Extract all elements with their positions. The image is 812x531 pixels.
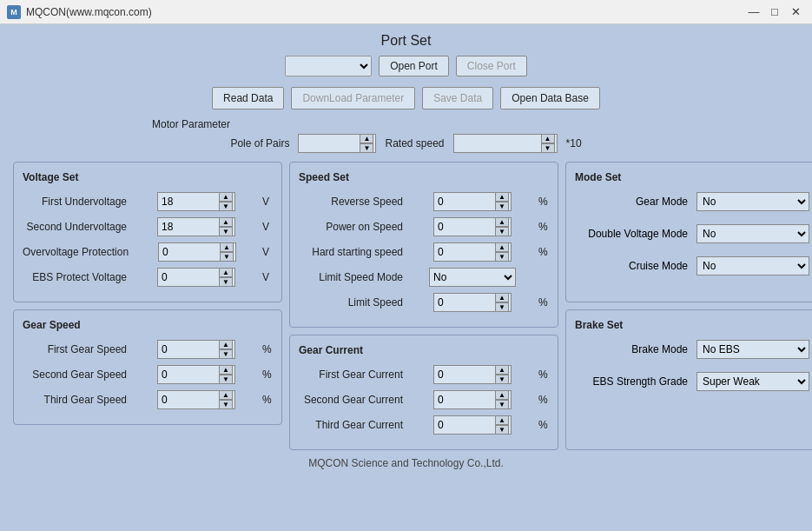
maximize-button[interactable]: □ bbox=[765, 3, 784, 21]
limit-speed-up[interactable]: ▲ bbox=[495, 293, 509, 302]
gear-speed-panel: Gear Speed First Gear Speed ▲ ▼ % Second… bbox=[13, 309, 282, 425]
first-gear-current-input[interactable]: ▲ ▼ bbox=[433, 365, 512, 384]
open-database-button[interactable]: Open Data Base bbox=[500, 87, 600, 110]
first-undervoltage-up[interactable]: ▲ bbox=[219, 192, 233, 202]
pole-of-pairs-value[interactable]: 0 bbox=[299, 135, 360, 152]
ebs-protect-down[interactable]: ▼ bbox=[219, 277, 233, 287]
reverse-speed-up[interactable]: ▲ bbox=[495, 192, 509, 202]
left-column: Voltage Set First Undervoltage ▲ ▼ V Sec… bbox=[13, 162, 282, 450]
hard-starting-speed-value[interactable] bbox=[434, 243, 495, 261]
pole-of-pairs-down[interactable]: ▼ bbox=[360, 143, 373, 153]
limit-speed-value[interactable] bbox=[434, 294, 495, 311]
read-data-button[interactable]: Read Data bbox=[212, 87, 284, 110]
reverse-speed-down[interactable]: ▼ bbox=[495, 202, 509, 211]
reverse-speed-value[interactable] bbox=[434, 193, 495, 210]
download-param-button[interactable]: DownLoad Parameter bbox=[291, 87, 415, 110]
brake-set-title: Brake Set bbox=[575, 319, 809, 331]
overvoltage-up[interactable]: ▲ bbox=[220, 242, 234, 252]
power-on-speed-value[interactable] bbox=[434, 218, 495, 236]
cruise-mode-label: Cruise Mode bbox=[575, 260, 688, 272]
third-gear-speed-value[interactable] bbox=[158, 391, 219, 408]
reverse-speed-row: Reverse Speed ▲ ▼ % bbox=[299, 192, 549, 211]
ebs-strength-select[interactable]: Super Weak Weak Medium Strong bbox=[696, 372, 809, 391]
power-on-speed-up[interactable]: ▲ bbox=[495, 217, 509, 227]
hard-starting-speed-up[interactable]: ▲ bbox=[495, 242, 509, 252]
second-gear-speed-label: Second Gear Speed bbox=[23, 368, 127, 381]
rated-speed-down[interactable]: ▼ bbox=[541, 143, 555, 153]
voltage-set-panel: Voltage Set First Undervoltage ▲ ▼ V Sec… bbox=[13, 162, 282, 302]
first-undervoltage-input[interactable]: ▲ ▼ bbox=[157, 192, 235, 211]
rated-speed-input[interactable]: 0 ▲ ▼ bbox=[453, 134, 558, 153]
ebs-protect-up[interactable]: ▲ bbox=[219, 268, 233, 277]
second-gear-current-down[interactable]: ▼ bbox=[495, 400, 509, 409]
title-bar: M MQCON(www.mqcon.com) — □ ✕ bbox=[0, 0, 812, 24]
third-gear-current-down[interactable]: ▼ bbox=[495, 425, 509, 435]
cruise-mode-select[interactable]: No Yes bbox=[696, 256, 809, 275]
limit-speed-down[interactable]: ▼ bbox=[495, 302, 509, 312]
third-gear-speed-input[interactable]: ▲ ▼ bbox=[157, 390, 235, 409]
first-undervoltage-value[interactable] bbox=[158, 193, 219, 210]
footer-text: MQCON Science and Technology Co.,Ltd. bbox=[308, 457, 504, 469]
second-gear-current-up[interactable]: ▲ bbox=[495, 390, 509, 400]
pole-of-pairs-input[interactable]: 0 ▲ ▼ bbox=[298, 134, 376, 153]
limit-speed-input[interactable]: ▲ ▼ bbox=[433, 293, 512, 312]
overvoltage-unit: V bbox=[262, 246, 273, 258]
ebs-protect-value[interactable] bbox=[158, 269, 219, 286]
ebs-protect-input[interactable]: ▲ ▼ bbox=[157, 268, 235, 287]
hard-starting-speed-down[interactable]: ▼ bbox=[495, 252, 509, 262]
second-undervoltage-input[interactable]: ▲ ▼ bbox=[157, 217, 235, 236]
first-gear-speed-label: First Gear Speed bbox=[23, 343, 127, 355]
first-gear-speed-unit: % bbox=[262, 343, 273, 355]
overvoltage-input[interactable]: ▲ ▼ bbox=[158, 242, 236, 262]
second-gear-speed-up[interactable]: ▲ bbox=[219, 365, 233, 375]
double-voltage-mode-select[interactable]: No Yes bbox=[696, 224, 809, 243]
first-gear-speed-input[interactable]: ▲ ▼ bbox=[157, 340, 235, 359]
first-gear-speed-row: First Gear Speed ▲ ▼ % bbox=[23, 340, 273, 359]
minimize-button[interactable]: — bbox=[744, 3, 763, 21]
second-undervoltage-label: Second Undervoltage bbox=[23, 221, 127, 233]
port-select[interactable] bbox=[285, 56, 372, 76]
second-gear-speed-down[interactable]: ▼ bbox=[219, 375, 233, 384]
second-gear-speed-input[interactable]: ▲ ▼ bbox=[157, 365, 235, 384]
second-undervoltage-up[interactable]: ▲ bbox=[219, 217, 233, 227]
open-port-button[interactable]: Open Port bbox=[379, 56, 449, 76]
first-gear-current-value[interactable] bbox=[434, 366, 495, 383]
limit-speed-mode-select[interactable]: No Yes bbox=[429, 268, 516, 287]
gear-mode-select[interactable]: No Yes bbox=[696, 192, 809, 211]
right-column: Mode Set Gear Mode No Yes Double Voltage… bbox=[565, 162, 812, 450]
second-gear-speed-value[interactable] bbox=[158, 366, 219, 383]
reverse-speed-input[interactable]: ▲ ▼ bbox=[433, 192, 512, 211]
close-port-button[interactable]: Close Port bbox=[456, 56, 527, 76]
limit-speed-mode-row: Limit Speed Mode No Yes bbox=[299, 268, 549, 287]
rated-speed-up[interactable]: ▲ bbox=[541, 134, 555, 143]
close-button[interactable]: ✕ bbox=[786, 3, 805, 21]
third-gear-current-input[interactable]: ▲ ▼ bbox=[433, 415, 512, 435]
second-gear-current-input[interactable]: ▲ ▼ bbox=[433, 390, 512, 409]
first-gear-current-down[interactable]: ▼ bbox=[495, 375, 509, 384]
brake-mode-select[interactable]: No EBS EBS bbox=[696, 340, 809, 359]
first-undervoltage-row: First Undervoltage ▲ ▼ V bbox=[23, 192, 273, 211]
second-undervoltage-value[interactable] bbox=[158, 218, 219, 236]
first-gear-speed-up[interactable]: ▲ bbox=[219, 340, 233, 349]
overvoltage-down[interactable]: ▼ bbox=[220, 252, 234, 262]
first-gear-speed-down[interactable]: ▼ bbox=[219, 349, 233, 359]
second-gear-current-label: Second Gear Current bbox=[299, 394, 403, 406]
voltage-set-title: Voltage Set bbox=[23, 171, 273, 183]
overvoltage-value[interactable] bbox=[159, 243, 220, 261]
pole-of-pairs-up[interactable]: ▲ bbox=[360, 134, 373, 143]
save-data-button[interactable]: Save Data bbox=[422, 87, 493, 110]
third-gear-speed-up[interactable]: ▲ bbox=[219, 390, 233, 400]
rated-speed-value[interactable]: 0 bbox=[454, 135, 541, 152]
overvoltage-row: Overvoltage Protection ▲ ▼ V bbox=[23, 242, 273, 262]
power-on-speed-input[interactable]: ▲ ▼ bbox=[433, 217, 512, 236]
second-gear-current-value[interactable] bbox=[434, 391, 495, 408]
first-gear-current-up[interactable]: ▲ bbox=[495, 365, 509, 375]
power-on-speed-down[interactable]: ▼ bbox=[495, 227, 509, 236]
hard-starting-speed-input[interactable]: ▲ ▼ bbox=[433, 242, 512, 262]
third-gear-current-up[interactable]: ▲ bbox=[495, 415, 509, 425]
first-gear-speed-value[interactable] bbox=[158, 341, 219, 358]
third-gear-speed-down[interactable]: ▼ bbox=[219, 400, 233, 409]
first-undervoltage-down[interactable]: ▼ bbox=[219, 202, 233, 211]
second-undervoltage-down[interactable]: ▼ bbox=[219, 227, 233, 236]
third-gear-current-value[interactable] bbox=[434, 416, 495, 434]
